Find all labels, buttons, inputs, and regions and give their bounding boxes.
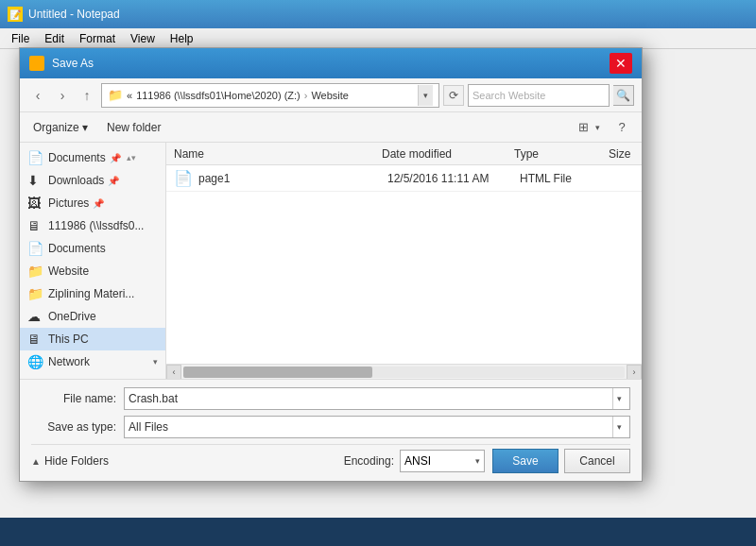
encoding-dropdown-arrow[interactable]: ▾ (475, 456, 480, 466)
network-icon: 🌐 (27, 354, 44, 369)
pin-icon-pictures: 📌 (93, 198, 104, 209)
filename-dropdown-arrow[interactable]: ▾ (612, 388, 626, 409)
file-icon-page1: 📄 (174, 169, 193, 187)
search-input[interactable]: Search Website (468, 84, 610, 107)
col-header-type[interactable]: Type (514, 147, 609, 161)
sidebar-item-network-drive-label: 111986 (\\lssdfs0... (48, 219, 144, 232)
horizontal-scrollbar[interactable]: ‹ › (166, 364, 642, 379)
scroll-left-arrow[interactable]: ‹ (166, 365, 181, 380)
main-content: 📄 Documents 📌 ▴▾ ⬇ Downloads 📌 🖼 Picture… (20, 143, 642, 379)
documents2-icon: 📄 (27, 241, 44, 256)
filename-value: Crash.bat (129, 392, 178, 405)
col-header-name[interactable]: Name (174, 147, 382, 161)
file-date-page1: 12/5/2016 11:11 AM (387, 172, 520, 185)
address-path[interactable]: 📁 « 111986 (\\lssdfs01\Home\2020) (Z:) ›… (101, 83, 439, 108)
network-arrow: ▾ (153, 357, 158, 367)
view-icon-button[interactable]: ⊞ (573, 117, 593, 138)
forward-button[interactable]: › (52, 85, 73, 106)
downloads-icon: ⬇ (27, 173, 44, 188)
new-folder-button[interactable]: New folder (103, 119, 164, 136)
file-list: 📄 page1 12/5/2016 11:11 AM HTML File (166, 165, 642, 364)
encoding-value: ANSI (404, 454, 431, 468)
network-drive-icon: 🖥 (27, 218, 44, 233)
thispc-icon: 🖥 (27, 332, 44, 347)
sidebar-item-network[interactable]: 🌐 Network ▾ (20, 350, 165, 373)
sidebar: 📄 Documents 📌 ▴▾ ⬇ Downloads 📌 🖼 Picture… (20, 143, 166, 379)
encoding-group: Encoding: ANSI ▾ (344, 450, 485, 472)
back-button[interactable]: ‹ (27, 85, 48, 106)
sidebar-item-pictures-label: Pictures (48, 196, 89, 210)
pin-icon-downloads: 📌 (108, 176, 119, 186)
filename-input[interactable]: Crash.bat ▾ (124, 387, 630, 410)
save-as-dialog: Save As ✕ ‹ › ↑ 📁 « 111986 (\\lssdfs01\H… (19, 47, 643, 482)
path-root: « (127, 90, 132, 101)
sidebar-item-ziplining[interactable]: 📁 Ziplining Materi... (20, 282, 165, 305)
website-folder-icon: 📁 (27, 264, 44, 279)
view-dropdown-arrow[interactable]: ▾ (595, 123, 600, 132)
menu-file[interactable]: File (4, 30, 37, 47)
savetype-value: All Files (129, 420, 168, 434)
address-bar: ‹ › ↑ 📁 « 111986 (\\lssdfs01\Home\2020) … (20, 78, 642, 112)
table-row[interactable]: 📄 page1 12/5/2016 11:11 AM HTML File (166, 165, 642, 192)
savetype-input[interactable]: All Files ▾ (124, 416, 630, 438)
sidebar-item-website[interactable]: 📁 Website (20, 260, 165, 282)
path-dropdown[interactable]: ▾ (418, 85, 433, 106)
filename-row: File name: Crash.bat ▾ (31, 387, 630, 410)
path-drive: 111986 (\\lssdfs01\Home\2020) (Z:) (136, 90, 301, 101)
sidebar-item-documents2[interactable]: 📄 Documents (20, 237, 165, 260)
notepad-title: Untitled - Notepad (28, 8, 120, 21)
view-controls: ⊞ ▾ (573, 117, 600, 138)
savetype-row: Save as type: All Files ▾ (31, 416, 630, 438)
file-panel: Name Date modified Type Size 📄 page1 12/… (166, 143, 642, 379)
notepad-titlebar: 📝 Untitled - Notepad (0, 0, 756, 28)
organize-button[interactable]: Organize ▾ (29, 119, 92, 136)
help-button[interactable]: ? (611, 117, 632, 138)
encoding-label: Encoding: (344, 454, 394, 468)
sidebar-item-onedrive[interactable]: ☁ OneDrive (20, 305, 165, 328)
sidebar-item-pictures[interactable]: 🖼 Pictures 📌 (20, 192, 165, 214)
refresh-button[interactable]: ⟳ (443, 85, 464, 106)
sidebar-item-downloads-label: Downloads (48, 174, 104, 187)
encoding-select[interactable]: ANSI ▾ (400, 450, 485, 472)
menu-edit[interactable]: Edit (37, 30, 72, 47)
sidebar-item-thispc[interactable]: 🖥 This PC (20, 328, 165, 350)
cancel-button[interactable]: Cancel (564, 449, 630, 473)
filename-label: File name: (31, 392, 116, 405)
hide-folders-button[interactable]: Hide Folders (44, 454, 109, 468)
scroll-thumb[interactable] (183, 367, 372, 378)
menu-help[interactable]: Help (163, 30, 201, 47)
col-header-size[interactable]: Size (609, 147, 630, 161)
notepad-icon: 📝 (8, 7, 23, 22)
sidebar-item-thispc-label: This PC (48, 333, 89, 346)
dialog-icon (29, 56, 44, 71)
col-header-date[interactable]: Date modified (382, 147, 514, 161)
sidebar-item-onedrive-label: OneDrive (48, 310, 96, 323)
sidebar-item-website-label: Website (48, 264, 89, 278)
file-name-page1: page1 (198, 172, 387, 185)
scroll-right-arrow[interactable]: › (627, 365, 642, 380)
notepad-menu: File Edit Format View Help (0, 28, 756, 49)
search-placeholder: Search Website (472, 90, 545, 101)
taskbar (0, 518, 756, 546)
dialog-close-button[interactable]: ✕ (610, 53, 632, 74)
sidebar-item-downloads[interactable]: ⬇ Downloads 📌 (20, 169, 165, 192)
dialog-title: Save As (52, 57, 610, 70)
sidebar-item-documents[interactable]: 📄 Documents 📌 ▴▾ (20, 146, 165, 169)
menu-view[interactable]: View (123, 30, 163, 47)
path-separator: › (304, 90, 308, 101)
file-type-page1: HTML File (520, 172, 614, 185)
bottom-controls: File name: Crash.bat ▾ Save as type: All… (20, 379, 642, 481)
pin-icon-documents: 📌 (110, 153, 121, 163)
save-button[interactable]: Save (492, 449, 558, 473)
search-icon[interactable]: 🔍 (613, 85, 634, 106)
sidebar-item-ziplining-label: Ziplining Materi... (48, 287, 134, 300)
column-headers: Name Date modified Type Size (166, 143, 642, 165)
sidebar-item-network-label: Network (48, 355, 90, 368)
sidebar-item-network-drive[interactable]: 🖥 111986 (\\lssdfs0... (20, 214, 165, 237)
path-folder-icon: 📁 (108, 88, 123, 102)
scroll-track[interactable] (183, 367, 625, 378)
up-button[interactable]: ↑ (77, 85, 97, 106)
path-current: Website (311, 90, 349, 101)
savetype-dropdown-arrow[interactable]: ▾ (612, 417, 626, 437)
menu-format[interactable]: Format (72, 30, 123, 47)
